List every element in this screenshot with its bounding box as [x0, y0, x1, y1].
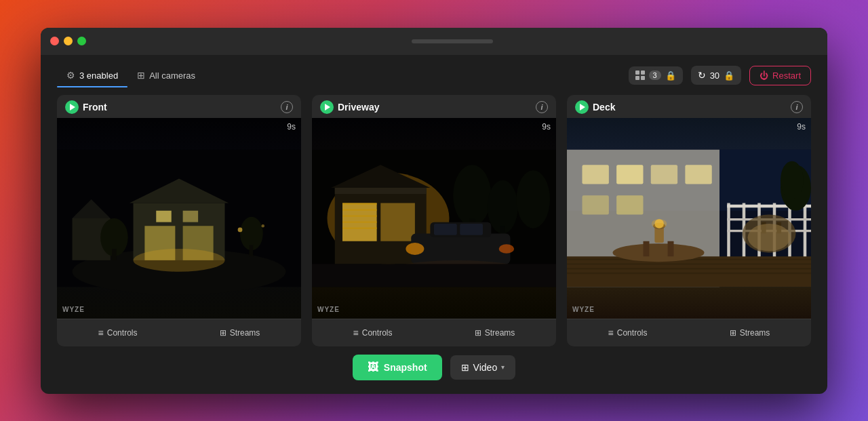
camera-name-driveway: Driveway: [338, 102, 379, 113]
traffic-lights: [50, 37, 86, 45]
svg-rect-49: [685, 165, 711, 184]
camera-title-deck: Deck: [575, 100, 615, 114]
refresh-icon: ↻: [698, 70, 706, 81]
svg-rect-23: [342, 203, 377, 204]
camera-title-driveway: Driveway: [320, 100, 379, 114]
grid-lock-icon: 🔒: [665, 71, 676, 81]
info-icon-deck[interactable]: i: [791, 101, 803, 113]
svg-rect-68: [668, 241, 674, 256]
streams-btn-deck[interactable]: ⊞ Streams: [724, 325, 776, 340]
power-icon: ⏻: [760, 71, 768, 81]
chevron-down-icon: ▾: [501, 363, 505, 371]
video-button[interactable]: ⊞ Video ▾: [450, 355, 516, 380]
tab-enabled[interactable]: ⚙ 3 enabled: [57, 66, 127, 85]
camera-feed-deck[interactable]: 9s WYZE: [567, 118, 811, 319]
svg-rect-65: [567, 272, 811, 273]
timer-deck: 9s: [797, 122, 806, 132]
refresh-control[interactable]: ↻ 30 🔒: [691, 66, 741, 85]
snapshot-button[interactable]: 🖼 Snapshot: [353, 355, 442, 380]
svg-rect-50: [583, 195, 609, 214]
controls-btn-front[interactable]: ≡ Controls: [93, 325, 143, 341]
svg-rect-10: [183, 210, 199, 222]
controls-icon-front: ≡: [98, 327, 104, 338]
streams-btn-front[interactable]: ⊞ Streams: [214, 325, 266, 340]
refresh-interval: 30: [710, 71, 719, 81]
restart-label: Restart: [772, 71, 801, 81]
camera-footer-driveway: ≡ Controls ⊞ Streams: [312, 319, 556, 346]
camera-footer-deck: ≡ Controls ⊞ Streams: [567, 319, 811, 346]
window-handle: [412, 39, 493, 43]
close-button[interactable]: [50, 37, 59, 45]
camera-name-deck: Deck: [593, 102, 615, 113]
svg-rect-28: [380, 203, 415, 241]
camera-card-deck: Deck i: [567, 95, 811, 346]
svg-rect-48: [651, 165, 677, 184]
minimize-button[interactable]: [64, 37, 73, 45]
titlebar-center: [86, 39, 818, 43]
grid-count-badge: 3: [649, 71, 661, 80]
enabled-icon: ⚙: [66, 70, 75, 81]
controls-icon-deck: ≡: [608, 327, 614, 338]
timer-front: 9s: [287, 122, 296, 132]
svg-rect-21: [335, 188, 427, 194]
play-icon-driveway[interactable]: [320, 100, 334, 114]
bottom-bar: 🖼 Snapshot ⊞ Video ▾: [57, 346, 811, 383]
maximize-button[interactable]: [77, 37, 86, 45]
play-triangle-driveway: [325, 104, 330, 111]
svg-point-76: [748, 223, 791, 251]
tab-all-cameras[interactable]: ⊞ All cameras: [127, 66, 205, 85]
snapshot-icon: 🖼: [368, 361, 378, 374]
content-area: ⚙ 3 enabled ⊞ All cameras 3: [41, 55, 827, 394]
tab-all-label: All cameras: [149, 71, 195, 81]
video-icon: ⊞: [461, 362, 469, 373]
controls-btn-deck[interactable]: ≡ Controls: [603, 325, 653, 341]
info-icon-front[interactable]: i: [281, 101, 293, 113]
streams-btn-driveway[interactable]: ⊞ Streams: [469, 325, 521, 340]
svg-rect-24: [342, 209, 377, 210]
svg-rect-27: [342, 227, 377, 228]
svg-rect-12: [112, 249, 117, 260]
play-triangle-deck: [580, 104, 585, 111]
svg-rect-35: [411, 233, 510, 264]
svg-rect-42: [312, 264, 556, 287]
camera-header-front: Front i: [57, 95, 301, 118]
play-icon-front[interactable]: [65, 100, 79, 114]
svg-rect-25: [342, 215, 377, 216]
svg-rect-63: [567, 263, 811, 264]
video-label: Video: [473, 362, 498, 373]
info-icon-driveway[interactable]: i: [536, 101, 548, 113]
svg-point-16: [262, 224, 265, 228]
controls-label-driveway: Controls: [362, 328, 393, 338]
svg-point-34: [517, 170, 551, 228]
play-triangle: [70, 104, 75, 111]
svg-point-39: [406, 243, 424, 255]
streams-label-deck: Streams: [740, 328, 770, 338]
camera-header-driveway: Driveway i: [312, 95, 556, 118]
camera-feed-driveway[interactable]: 9s WYZE: [312, 118, 556, 319]
cameras-icon: ⊞: [137, 70, 145, 81]
camera-name-front: Front: [83, 102, 107, 113]
svg-point-66: [613, 243, 705, 262]
grid-icon: [635, 71, 645, 80]
tab-enabled-label: 3 enabled: [79, 71, 118, 81]
svg-point-40: [499, 244, 515, 254]
streams-label-front: Streams: [230, 328, 260, 338]
timer-driveway: 9s: [542, 122, 551, 132]
grid-control[interactable]: 3 🔒: [629, 66, 683, 85]
play-icon-deck[interactable]: [575, 100, 589, 114]
wyze-logo-deck: WYZE: [572, 306, 595, 313]
streams-icon-front: ⊞: [220, 328, 226, 338]
camera-feed-front[interactable]: 9s WYZE: [57, 118, 301, 319]
camera-title-front: Front: [65, 100, 107, 114]
restart-button[interactable]: ⏻ Restart: [749, 66, 811, 85]
wyze-logo-front: WYZE: [62, 306, 85, 313]
camera-footer-front: ≡ Controls ⊞ Streams: [57, 319, 301, 346]
tabs: ⚙ 3 enabled ⊞ All cameras: [57, 66, 205, 85]
svg-rect-52: [727, 203, 730, 264]
controls-label-deck: Controls: [617, 328, 648, 338]
svg-rect-46: [583, 165, 609, 184]
svg-rect-64: [567, 268, 811, 269]
svg-point-32: [488, 180, 518, 233]
camera-grid: Front i: [57, 95, 811, 346]
controls-btn-driveway[interactable]: ≡ Controls: [348, 325, 398, 341]
